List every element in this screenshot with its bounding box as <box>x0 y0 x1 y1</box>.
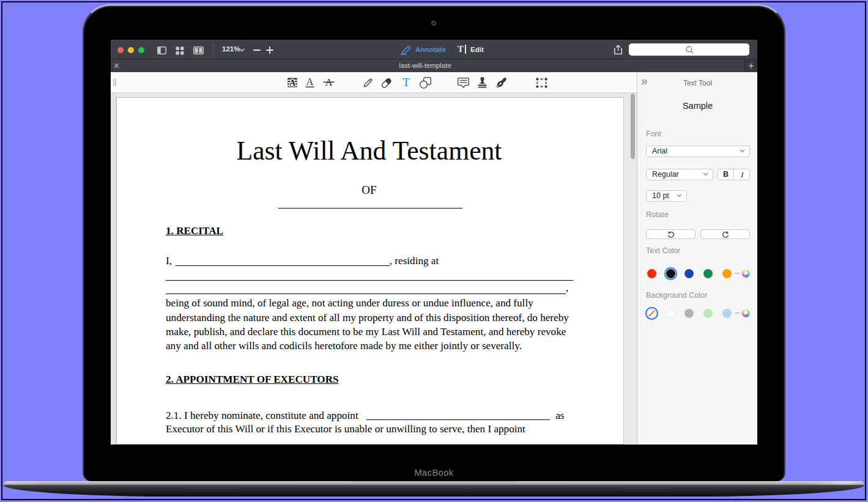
svg-text:A: A <box>289 78 296 87</box>
svg-text:A: A <box>306 77 314 87</box>
svg-text:T: T <box>402 76 410 89</box>
